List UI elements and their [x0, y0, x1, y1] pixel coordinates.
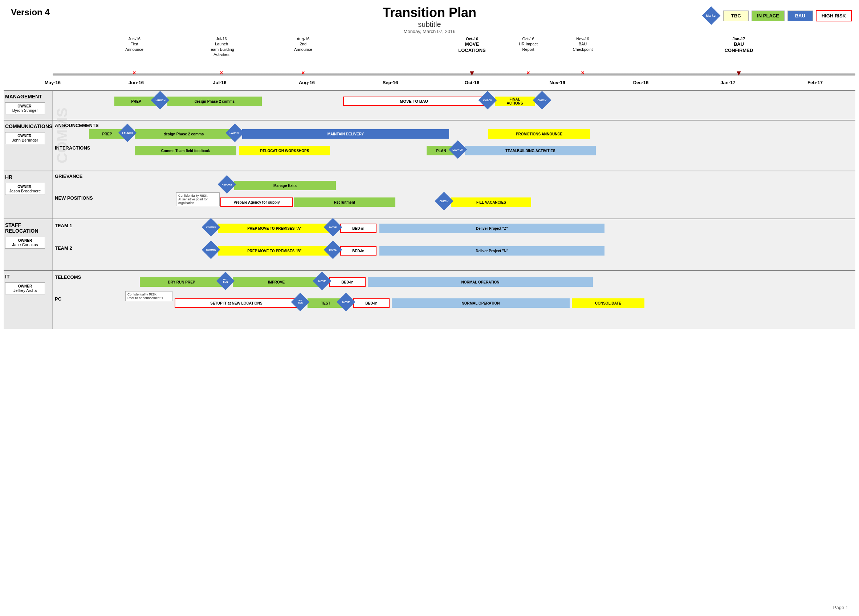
team2-label: TEAM 2	[55, 245, 72, 251]
communications-content: ANNOUNCEMENTS PREP LAUNCH design Phase 2…	[53, 120, 855, 171]
legend: Marker TBC IN PLACE BAU HIGH RISK	[702, 6, 852, 25]
it-setup-bar: SETUP IT at NEW LOCATIONS	[175, 298, 298, 308]
hr-owner-box: OWNER: Jason Broadmore	[5, 183, 45, 195]
comms-design-bar: design Phase 2 comms	[135, 129, 233, 139]
page-date: Monday, March 07, 2016	[0, 29, 859, 34]
new-positions-label: NEW POSITIONS	[55, 195, 93, 201]
comms-workshops-bar: RELOCATION WORKSHOPS	[239, 146, 330, 155]
hr-note-box: Confidentiality RISK.At sensitive point …	[176, 192, 220, 206]
communications-left: COMMUNICATIONS OWNER: John Berringer	[4, 120, 53, 171]
management-section: MANAGEMENT OWNER: Byron Stringer PREP LA…	[4, 90, 855, 120]
it-dryrunprep-bar: DRY RUN PREP	[140, 277, 223, 287]
legend-bau: BAU	[787, 11, 813, 21]
comms-promo-bar: PROMOTIONS ANNOUNCE	[488, 129, 590, 139]
legend-highrisk: HIGH RISK	[816, 10, 852, 22]
team2-prep-bar: PREP MOVE TO PREMISES "B"	[218, 246, 331, 256]
management-owner-box: OWNER: Byron Stringer	[5, 102, 45, 114]
version-label: Version 4	[11, 7, 50, 17]
it-normalop-telecoms-bar: NORMAL OPERATION	[368, 277, 593, 287]
management-left: MANAGEMENT OWNER: Byron Stringer	[4, 91, 53, 120]
it-consolidate-bar: CONSOLIDATE	[572, 298, 644, 308]
legend-marker-label: Marker	[706, 14, 717, 17]
milestone-aug16-announce: Aug-162ndAnnounce	[294, 36, 312, 52]
mgmt-launch-diamond	[151, 91, 170, 110]
communications-title: COMMUNICATIONS	[5, 123, 51, 129]
header: Version 4 Transition Plan subtitle Monda…	[0, 0, 859, 36]
milestone-jul16-launch: Jul-16LaunchTeam-BuildingActivities	[209, 36, 234, 57]
page-wrapper: Version 4 Transition Plan subtitle Monda…	[0, 0, 859, 616]
it-title: IT	[5, 274, 51, 279]
communications-owner-box: OWNER: John Berringer	[5, 132, 45, 144]
comms-field-feedback-bar: Comms Team field feedback	[135, 146, 236, 155]
milestone-oct16-move: Oct-16MOVELOCATIONS	[458, 36, 486, 54]
it-normalop-pc-bar: NORMAL OPERATION	[392, 298, 570, 308]
hr-title: HR	[5, 174, 51, 180]
staffrel-title: STAFF RELOCATION	[5, 222, 51, 234]
staffrel-owner-box: OWNER Jane Cortakus	[5, 237, 45, 249]
it-bedin-pc-bar: BED-in	[353, 298, 390, 308]
management-title: MANAGEMENT	[5, 94, 51, 100]
mgmt-design-bar: design Phase 2 comms	[167, 97, 262, 106]
hr-manage-exits-bar: Manage Exits	[234, 181, 336, 190]
legend-marker: Marker	[702, 6, 720, 25]
it-content: TELECOMS DRY RUN PREP DRYRUN IMPROVE MOV…	[53, 271, 855, 329]
team2-bedin-bar: BED-in	[340, 246, 376, 256]
page-number: Page 1	[833, 605, 848, 610]
milestone-jan17-bau: Jan-17BAUCONFIRMED	[725, 36, 753, 54]
it-note-box: Confidentiality RISK.Prior to announceme…	[125, 291, 172, 301]
it-owner-box: OWNER Jeffrey Archa	[5, 282, 45, 295]
milestone-oct16-hr: Oct-16HR ImpactReport	[519, 36, 538, 52]
management-content: PREP LAUNCH design Phase 2 comms MOVE TO…	[53, 91, 855, 120]
comms-teambuilding-bar: TEAM-BUILDING ACTIVITIES	[465, 146, 596, 155]
team2-deliver-bar: Deliver Project "N"	[380, 246, 604, 256]
communications-section: COMMUNICATIONS OWNER: John Berringer ANN…	[4, 120, 855, 171]
hr-left: HR OWNER: Jason Broadmore	[4, 172, 53, 218]
it-left: IT OWNER Jeffrey Archa	[4, 271, 53, 329]
mgmt-check1-diamond	[478, 91, 497, 110]
hr-section: HR OWNER: Jason Broadmore GRIEVANCE REPO…	[4, 171, 855, 218]
mgmt-finalactions-bar: FINALACTIONS	[495, 97, 535, 106]
telecoms-label: TELECOMS	[55, 274, 81, 280]
hr-recruitment-bar: Recruitment	[294, 198, 395, 207]
timeline-header: Jun-16FirstAnnounce Jul-16LaunchTeam-Bui…	[4, 36, 855, 89]
it-bedin-telecoms-bar: BED-in	[329, 277, 365, 287]
mgmt-check2-diamond	[533, 91, 551, 110]
hr-content: GRIEVANCE REPORT Manage Exits NEW POSITI…	[53, 172, 855, 218]
team1-bedin-bar: BED-in	[340, 224, 376, 233]
hr-fillvacancies-bar: FILL VACANCIES	[451, 198, 531, 207]
grievance-label: GRIEVANCE	[55, 173, 83, 179]
comms-watermark: COMMS	[55, 131, 69, 163]
hr-prepare-bar: Prepare Agency for supply	[220, 198, 293, 207]
milestone-nov16-bau: Nov-16BAUCheckpoint	[573, 36, 592, 52]
staff-relocation-section: STAFF RELOCATION OWNER Jane Cortakus TEA…	[4, 218, 855, 270]
team1-prep-bar: PREP MOVE TO PREMISES "A"	[218, 224, 331, 233]
staffrel-content: TEAM 1 COMMS PREP MOVE TO PREMISES "A" M…	[53, 219, 855, 270]
team1-label: TEAM 1	[55, 223, 72, 228]
legend-tbc: TBC	[723, 11, 749, 21]
staffrel-left: STAFF RELOCATION OWNER Jane Cortakus	[4, 219, 53, 270]
pc-label: PC	[55, 296, 61, 302]
mgmt-prep-bar: PREP	[114, 97, 158, 106]
legend-inplace: IN PLACE	[751, 11, 784, 21]
team1-deliver-bar: Deliver Project "Z"	[380, 224, 604, 233]
it-section: IT OWNER Jeffrey Archa TELECOMS DRY RUN …	[4, 270, 855, 329]
milestone-jun16-announce: Jun-16FirstAnnounce	[125, 36, 144, 52]
it-improve-bar: IMPROVE	[233, 277, 320, 287]
comms-maintain-bar: MAINTAIN DELIVERY	[242, 129, 449, 139]
mgmt-movetobau-bar: MOVE TO BAU	[343, 97, 485, 106]
